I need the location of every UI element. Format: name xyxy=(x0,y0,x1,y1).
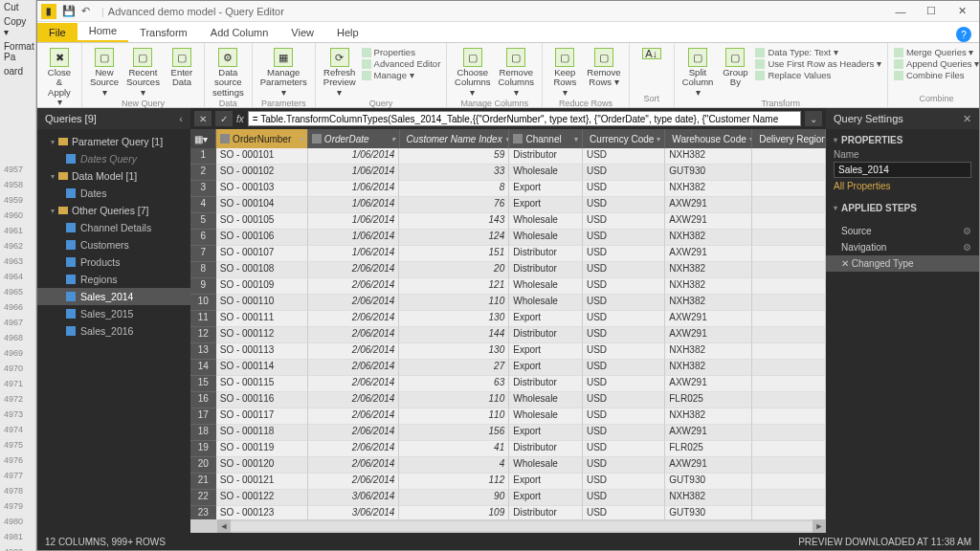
ribbon-remove[interactable]: ▢Remove Rows ▾ xyxy=(585,47,622,99)
query-item-sales-2014[interactable]: Sales_2014 xyxy=(37,288,190,305)
tab-home[interactable]: Home xyxy=(78,21,128,42)
ribbon-new[interactable]: ▢New Source ▾ xyxy=(88,47,121,99)
ribbon-combine-files[interactable]: Combine Files xyxy=(894,70,979,80)
table-row[interactable]: 20SO - 0001202/06/20144WholesaleUSDAXW29… xyxy=(190,457,826,474)
query-item-customers[interactable]: Customers xyxy=(37,236,190,253)
ribbon: ✖Close &Apply ▾Close ▢New Source ▾▢Recen… xyxy=(37,43,979,108)
table-row[interactable]: 12SO - 0001122/06/2014144DistributorUSDA… xyxy=(190,327,826,343)
table-row[interactable]: 7SO - 0001071/06/2014151DistributorUSDAX… xyxy=(190,246,826,262)
column-header-delivery-region[interactable]: Delivery Region▾ xyxy=(752,129,826,148)
refresh-preview-button[interactable]: ⟳RefreshPreview ▾ xyxy=(322,47,358,99)
all-properties-link[interactable]: All Properties xyxy=(834,181,971,191)
ribbon-group[interactable]: ▢Group By xyxy=(719,47,751,99)
formula-bar: ✕ ✓ fx ⌄ xyxy=(190,108,826,129)
query-item-sales-2016[interactable]: Sales_2016 xyxy=(37,322,190,340)
tab-add-column[interactable]: Add Column xyxy=(199,23,280,42)
ribbon-data-type-text-[interactable]: Data Type: Text ▾ xyxy=(755,47,881,57)
properties-section-title[interactable]: PROPERTIES xyxy=(834,135,971,145)
column-header-orderdate[interactable]: OrderDate▾ xyxy=(308,129,400,148)
manage-parameters-button[interactable]: ▦ManageParameters ▾ xyxy=(258,47,309,99)
close-apply-button[interactable]: ✖Close &Apply ▾ xyxy=(43,47,76,109)
ribbon-merge-queries-[interactable]: Merge Queries ▾ xyxy=(894,47,979,57)
table-row[interactable]: 13SO - 0001132/06/2014130ExportUSDNXH382 xyxy=(190,343,826,360)
maximize-button[interactable]: ☐ xyxy=(918,3,945,20)
table-row[interactable]: 1SO - 0001011/06/201459DistributorUSDNXH… xyxy=(190,148,826,165)
formula-input[interactable] xyxy=(248,111,801,126)
table-row[interactable]: 18SO - 0001182/06/2014156ExportUSDAXW291 xyxy=(190,425,826,441)
queries-panel-title: Queries [9] xyxy=(45,113,97,124)
applied-step-navigation[interactable]: Navigation⚙ xyxy=(826,239,979,255)
table-row[interactable]: 15SO - 0001152/06/201463DistributorUSDAX… xyxy=(190,376,826,392)
ribbon-tabs: FileHomeTransformAdd ColumnViewHelp? xyxy=(37,22,979,43)
query-name-input[interactable] xyxy=(834,162,971,178)
grid-body[interactable]: 1SO - 0001011/06/201459DistributorUSDNXH… xyxy=(190,148,826,519)
expand-formula-button[interactable]: ⌄ xyxy=(805,111,822,126)
ribbon-keep[interactable]: ▢Keep Rows ▾ xyxy=(548,47,581,99)
table-row[interactable]: 3SO - 0001031/06/20148ExportUSDNXH382 xyxy=(190,181,826,197)
row-header-corner[interactable]: ▦▾ xyxy=(190,129,216,148)
table-row[interactable]: 6SO - 0001061/06/2014124WholesaleUSDNXH3… xyxy=(190,230,826,246)
tab-view[interactable]: View xyxy=(279,23,325,42)
query-item-dates[interactable]: Dates xyxy=(37,185,190,202)
table-row[interactable]: 19SO - 0001192/06/201441DistributorUSDFL… xyxy=(190,441,826,457)
ribbon-remove[interactable]: ▢Remove Columns ▾ xyxy=(496,47,536,99)
ribbon-recent[interactable]: ▢Recent Sources ▾ xyxy=(124,47,162,99)
ribbon-manage-[interactable]: Manage ▾ xyxy=(362,70,441,80)
collapse-queries-icon[interactable]: ‹ xyxy=(179,113,183,124)
table-row[interactable]: 9SO - 0001092/06/2014121WholesaleUSDNXH3… xyxy=(190,278,826,295)
ribbon-properties[interactable]: Properties xyxy=(362,47,441,57)
column-header-channel[interactable]: Channel▾ xyxy=(509,129,583,148)
table-row[interactable]: 21SO - 0001212/06/2014112ExportUSDGUT930 xyxy=(190,474,826,490)
query-item-regions[interactable]: Regions xyxy=(37,271,190,288)
table-row[interactable]: 23SO - 0001233/06/2014109DistributorUSDG… xyxy=(190,506,826,519)
table-row[interactable]: 10SO - 0001102/06/2014110WholesaleUSDNXH… xyxy=(190,295,826,311)
query-item-products[interactable]: Products xyxy=(37,253,190,271)
tab-help[interactable]: Help xyxy=(325,23,370,42)
applied-step-changed-type[interactable]: ✕ Changed Type xyxy=(826,255,979,272)
sort-asc-button[interactable]: A↓ xyxy=(635,47,668,60)
query-item-dates-query[interactable]: Dates Query xyxy=(37,150,190,167)
ribbon-enter[interactable]: ▢Enter Data xyxy=(166,47,198,99)
undo-icon[interactable]: ↶ xyxy=(81,5,90,17)
tab-file[interactable]: File xyxy=(37,23,78,42)
ribbon-replace-values[interactable]: Replace Values xyxy=(755,70,881,80)
ribbon-split[interactable]: ▢Split Column ▾ xyxy=(680,47,716,99)
column-header-ordernumber[interactable]: OrderNumber▾ xyxy=(216,129,308,148)
horizontal-scrollbar[interactable]: ◄► xyxy=(190,519,826,533)
query-item-sales-2015[interactable]: Sales_2015 xyxy=(37,305,190,322)
tab-transform[interactable]: Transform xyxy=(128,23,199,42)
table-row[interactable]: 2SO - 0001021/06/201433WholesaleUSDGUT93… xyxy=(190,165,826,181)
column-header-currency-code[interactable]: Currency Code▾ xyxy=(583,129,665,148)
applied-step-source[interactable]: Source⚙ xyxy=(826,223,979,239)
table-row[interactable]: 8SO - 0001082/06/201420DistributorUSDNXH… xyxy=(190,262,826,278)
table-row[interactable]: 5SO - 0001051/06/2014143WholesaleUSDAXW2… xyxy=(190,213,826,230)
query-group[interactable]: Data Model [1] xyxy=(37,167,190,185)
ribbon-choose[interactable]: ▢Choose Columns ▾ xyxy=(453,47,492,99)
query-group[interactable]: Parameter Query [1] xyxy=(37,133,190,150)
close-window-button[interactable]: ✕ xyxy=(948,3,975,20)
table-row[interactable]: 14SO - 0001142/06/201427ExportUSDNXH382 xyxy=(190,360,826,376)
save-icon[interactable]: 💾 xyxy=(62,5,76,17)
table-row[interactable]: 17SO - 0001172/06/2014110WholesaleUSDNXH… xyxy=(190,408,826,425)
ribbon-append-queries-[interactable]: Append Queries ▾ xyxy=(894,58,979,69)
column-header-warehouse-code[interactable]: Warehouse Code▾ xyxy=(665,129,752,148)
accept-formula-button[interactable]: ✓ xyxy=(215,111,233,126)
table-row[interactable]: 22SO - 0001223/06/201490ExportUSDNXH382 xyxy=(190,490,826,506)
close-settings-button[interactable]: ✕ xyxy=(963,113,971,125)
column-header-customer-name-index[interactable]: Customer Name Index▾ xyxy=(400,129,510,148)
ribbon-advanced-editor[interactable]: Advanced Editor xyxy=(362,58,441,69)
table-row[interactable]: 4SO - 0001041/06/201476ExportUSDAXW291 xyxy=(190,197,826,213)
query-item-channel-details[interactable]: Channel Details xyxy=(37,219,190,236)
help-icon[interactable]: ? xyxy=(956,27,971,42)
data-source-settings-button[interactable]: ⚙Data sourcesettings xyxy=(211,47,246,99)
minimize-button[interactable]: — xyxy=(887,3,914,20)
cancel-formula-button[interactable]: ✕ xyxy=(194,111,212,126)
table-row[interactable]: 11SO - 0001112/06/2014130ExportUSDAXW291 xyxy=(190,311,826,327)
query-group[interactable]: Other Queries [7] xyxy=(37,202,190,219)
table-row[interactable]: 16SO - 0001162/06/2014110WholesaleUSDFLR… xyxy=(190,392,826,408)
window-title: Advanced demo model - Query Editor xyxy=(108,6,284,17)
applied-steps-title[interactable]: APPLIED STEPS xyxy=(834,203,971,213)
status-right: PREVIEW DOWNLOADED AT 11:38 AM xyxy=(798,537,971,547)
ribbon-use-first-row-as-headers-[interactable]: Use First Row as Headers ▾ xyxy=(755,58,881,69)
status-left: 12 COLUMNS, 999+ ROWS xyxy=(45,537,166,547)
